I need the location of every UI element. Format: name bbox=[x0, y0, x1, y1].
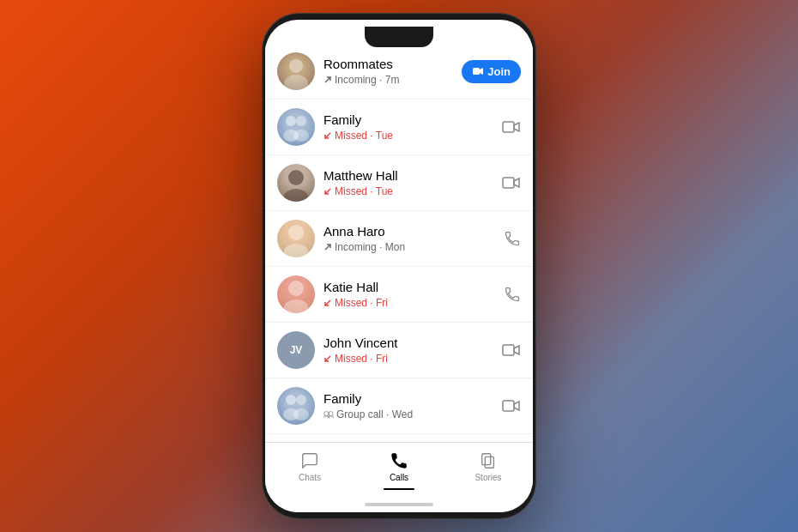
avatar-initials-john: JV bbox=[290, 344, 303, 356]
call-action-matthew[interactable] bbox=[502, 175, 521, 190]
svg-point-18 bbox=[284, 244, 308, 257]
svg-point-29 bbox=[293, 408, 309, 420]
status-label-matthew: Missed · Tue bbox=[335, 185, 393, 197]
call-item-anna: Anna Haro Incoming · Mon bbox=[265, 211, 533, 267]
status-label-john: Missed · Fri bbox=[335, 353, 388, 365]
calls-list: Roommates Incoming · 7m bbox=[265, 44, 533, 442]
svg-marker-33 bbox=[514, 402, 519, 410]
phone-screen: Roommates Incoming · 7m bbox=[265, 20, 533, 512]
video-icon-join bbox=[472, 66, 484, 76]
call-info-katie: Katie Hall Missed · Fri bbox=[323, 280, 495, 309]
svg-marker-11 bbox=[514, 123, 519, 131]
video-call-family2-icon bbox=[502, 398, 521, 414]
phone-call-anna-icon bbox=[504, 230, 521, 247]
nav-item-calls[interactable]: Calls bbox=[354, 450, 444, 492]
call-item-maya: Maya Johnson Incoming · Wed bbox=[265, 434, 533, 442]
call-item-katie: Katie Hall Missed · Fri bbox=[265, 267, 533, 323]
call-name-roommates: Roommates bbox=[323, 57, 453, 72]
call-item-roommates: Roommates Incoming · 7m bbox=[265, 44, 533, 100]
nav-item-chats[interactable]: Chats bbox=[265, 450, 354, 492]
svg-line-2 bbox=[325, 77, 330, 82]
avatar-john: JV bbox=[277, 331, 315, 369]
svg-rect-3 bbox=[473, 68, 480, 75]
svg-rect-39 bbox=[482, 454, 491, 465]
call-action-family2[interactable] bbox=[502, 398, 521, 414]
call-action-anna[interactable] bbox=[504, 230, 521, 247]
call-action-john[interactable] bbox=[502, 342, 521, 358]
missed-arrow-john-icon bbox=[323, 354, 332, 363]
stories-icon bbox=[479, 451, 498, 470]
call-name-anna: Anna Haro bbox=[323, 224, 495, 239]
incoming-arrow-icon bbox=[323, 76, 332, 84]
call-name-family1: Family bbox=[323, 112, 493, 128]
status-label-anna: Incoming · Mon bbox=[335, 241, 405, 253]
call-action-roommates[interactable]: Join bbox=[462, 60, 521, 83]
svg-point-1 bbox=[284, 75, 308, 90]
group-call-icon bbox=[323, 410, 334, 419]
svg-point-26 bbox=[286, 395, 296, 405]
nav-active-indicator bbox=[384, 488, 414, 490]
svg-point-30 bbox=[324, 412, 329, 416]
call-status-katie: Missed · Fri bbox=[323, 297, 495, 309]
missed-arrow-matthew-icon bbox=[323, 187, 332, 196]
svg-rect-40 bbox=[485, 456, 493, 468]
svg-point-0 bbox=[289, 59, 303, 73]
call-item-matthew: Matthew Hall Missed · Tue bbox=[265, 155, 533, 211]
svg-point-12 bbox=[288, 170, 304, 185]
call-status-family2: Group call · Wed bbox=[323, 408, 493, 420]
call-info-family1: Family Missed · Tue bbox=[323, 112, 493, 142]
avatar-family1 bbox=[277, 108, 315, 146]
avatar-anna bbox=[277, 220, 315, 257]
svg-point-31 bbox=[329, 412, 333, 416]
incoming-arrow-anna-icon bbox=[323, 243, 332, 251]
missed-arrow-katie-icon bbox=[323, 299, 332, 307]
svg-point-5 bbox=[286, 116, 296, 126]
call-action-family1[interactable] bbox=[502, 119, 521, 135]
call-info-matthew: Matthew Hall Missed · Tue bbox=[323, 168, 493, 197]
nav-label-calls: Calls bbox=[390, 473, 408, 482]
svg-point-6 bbox=[296, 116, 306, 126]
svg-rect-15 bbox=[503, 178, 514, 188]
call-status-label-roommates: Incoming · 7m bbox=[335, 74, 399, 86]
status-label-family2: Group call · Wed bbox=[336, 408, 413, 420]
bottom-nav: Chats Calls Stories bbox=[265, 442, 533, 497]
status-label-katie: Missed · Fri bbox=[335, 297, 388, 309]
avatar-family2 bbox=[277, 387, 315, 425]
call-item-john: JV John Vincent Missed · Fri bbox=[265, 323, 533, 378]
call-item-family1: Family Missed · Tue bbox=[265, 100, 533, 155]
nav-item-stories[interactable]: Stories bbox=[444, 450, 533, 492]
phone-device: Roommates Incoming · 7m bbox=[262, 13, 536, 519]
call-info-john: John Vincent Missed · Fri bbox=[323, 336, 493, 365]
svg-point-13 bbox=[284, 189, 308, 202]
join-label: Join bbox=[487, 65, 511, 78]
call-item-family2: Family Group call · Wed bbox=[265, 378, 533, 434]
avatar-roommates bbox=[277, 52, 315, 90]
svg-point-21 bbox=[284, 299, 308, 313]
home-bar bbox=[365, 503, 433, 506]
phone-nav-icon bbox=[390, 451, 408, 470]
nav-label-stories: Stories bbox=[475, 473, 501, 482]
phone-notch bbox=[365, 27, 433, 47]
call-status-roommates: Incoming · 7m bbox=[323, 74, 453, 86]
phone-call-katie-icon bbox=[504, 286, 521, 303]
call-name-matthew: Matthew Hall bbox=[323, 168, 493, 184]
join-button[interactable]: Join bbox=[462, 60, 521, 83]
avatar-katie bbox=[277, 275, 315, 313]
home-indicator bbox=[265, 497, 533, 512]
svg-line-19 bbox=[325, 245, 330, 250]
call-status-matthew: Missed · Tue bbox=[323, 185, 493, 197]
svg-line-9 bbox=[325, 133, 330, 138]
missed-arrow-icon bbox=[323, 131, 332, 140]
call-name-family2: Family bbox=[323, 391, 493, 407]
avatar-matthew bbox=[277, 164, 315, 202]
svg-marker-4 bbox=[480, 68, 483, 75]
call-info-family2: Family Group call · Wed bbox=[323, 391, 493, 420]
call-action-katie[interactable] bbox=[504, 286, 521, 303]
video-call-john-icon bbox=[502, 342, 521, 358]
svg-line-23 bbox=[325, 356, 330, 361]
svg-marker-25 bbox=[514, 346, 519, 354]
svg-line-14 bbox=[325, 189, 330, 194]
call-name-john: John Vincent bbox=[323, 336, 493, 351]
svg-line-22 bbox=[325, 300, 330, 305]
call-status-family1: Missed · Tue bbox=[323, 130, 493, 142]
